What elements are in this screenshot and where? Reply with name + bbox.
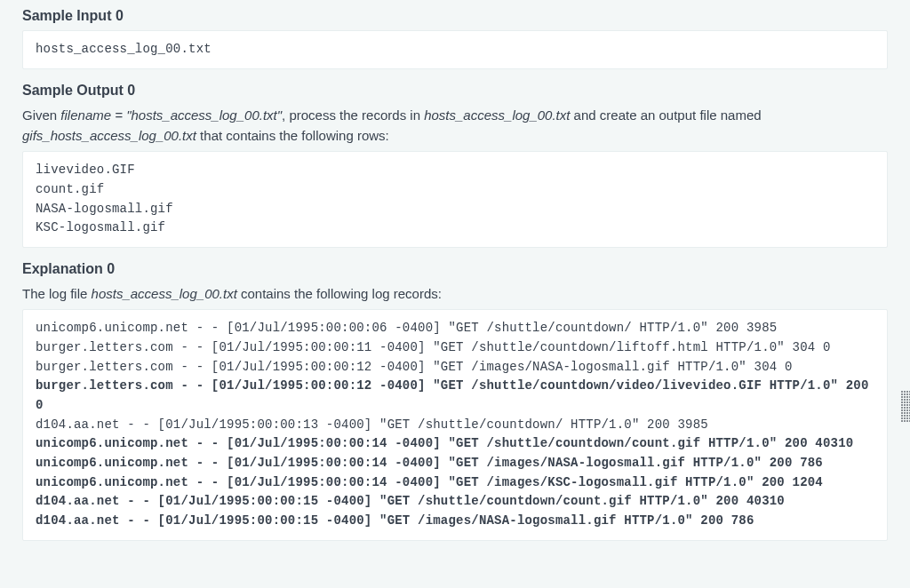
explanation-heading: Explanation 0 [22,258,888,280]
log-line: burger.letters.com - - [01/Jul/1995:00:0… [36,338,874,358]
log-line: burger.letters.com - - [01/Jul/1995:00:0… [36,358,874,377]
log-line: unicomp6.unicomp.net - - [01/Jul/1995:00… [36,454,874,473]
filename-eq: filename = "hosts_access_log_00.txt" [60,107,282,123]
text-fragment: and create an output file named [570,107,761,123]
text-fragment: The log file [22,286,92,301]
explanation-description: The log file hosts_access_log_00.txt con… [22,283,888,304]
filename-ref: hosts_access_log_00.txt [92,286,237,301]
text-fragment: Given [22,107,60,123]
sample-input-section: Sample Input 0 hosts_access_log_00.txt [22,5,888,69]
text-fragment: , process the records in [282,107,424,123]
log-line: unicomp6.unicomp.net - - [01/Jul/1995:00… [36,434,874,454]
log-line: burger.letters.com - - [01/Jul/1995:00:0… [36,377,874,415]
explanation-section: Explanation 0 The log file hosts_access_… [22,258,888,541]
sample-output-section: Sample Output 0 Given filename = "hosts_… [22,80,888,248]
filename-ref: gifs_hosts_access_log_00.txt [22,128,196,143]
sample-output-heading: Sample Output 0 [22,80,888,101]
log-line: d104.aa.net - - [01/Jul/1995:00:00:13 -0… [36,416,874,435]
text-fragment: that contains the following rows: [196,128,389,143]
explanation-log-code: unicomp6.unicomp.net - - [01/Jul/1995:00… [22,309,888,541]
drag-handle-icon[interactable] [901,391,910,423]
log-line: d104.aa.net - - [01/Jul/1995:00:00:15 -0… [36,492,874,512]
text-fragment: contains the following log records: [237,286,442,301]
sample-output-code: livevideo.GIF count.gif NASA-logosmall.g… [22,151,888,248]
log-line: unicomp6.unicomp.net - - [01/Jul/1995:00… [36,319,874,338]
sample-input-heading: Sample Input 0 [22,5,888,27]
filename-ref: hosts_access_log_00.txt [424,107,570,123]
sample-output-description: Given filename = "hosts_access_log_00.tx… [22,105,888,147]
log-line: d104.aa.net - - [01/Jul/1995:00:00:15 -0… [36,512,874,531]
log-line: unicomp6.unicomp.net - - [01/Jul/1995:00… [36,473,874,493]
sample-input-code: hosts_access_log_00.txt [22,30,888,69]
